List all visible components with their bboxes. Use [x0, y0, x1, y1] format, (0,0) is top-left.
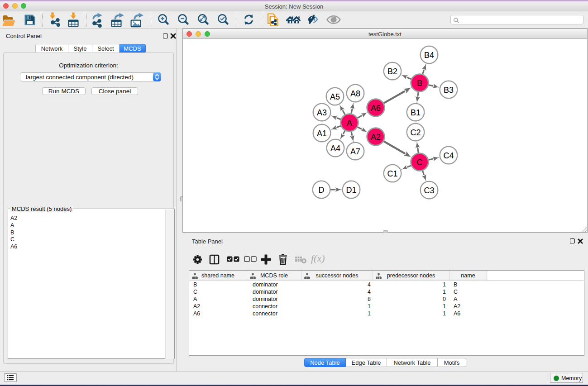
svg-text:B1: B1	[411, 108, 421, 117]
svg-text:A7: A7	[350, 147, 360, 156]
svg-text:D: D	[319, 186, 325, 195]
svg-text:B2: B2	[387, 67, 397, 76]
svg-text:B: B	[417, 79, 422, 88]
svg-text:A: A	[347, 119, 352, 128]
svg-text:C3: C3	[424, 186, 434, 195]
svg-text:C1: C1	[387, 169, 397, 178]
svg-text:B4: B4	[424, 51, 434, 60]
svg-text:C2: C2	[410, 128, 421, 137]
svg-text:A3: A3	[317, 108, 327, 117]
svg-text:A4: A4	[330, 144, 340, 153]
svg-text:C4: C4	[443, 151, 454, 160]
svg-text:A5: A5	[330, 92, 340, 101]
svg-text:A6: A6	[371, 104, 381, 113]
svg-text:A8: A8	[350, 89, 360, 98]
svg-text:B3: B3	[444, 86, 454, 95]
svg-text:D1: D1	[346, 186, 356, 195]
svg-text:A2: A2	[371, 133, 381, 142]
svg-text:A1: A1	[317, 129, 327, 138]
svg-text:C: C	[417, 158, 423, 167]
